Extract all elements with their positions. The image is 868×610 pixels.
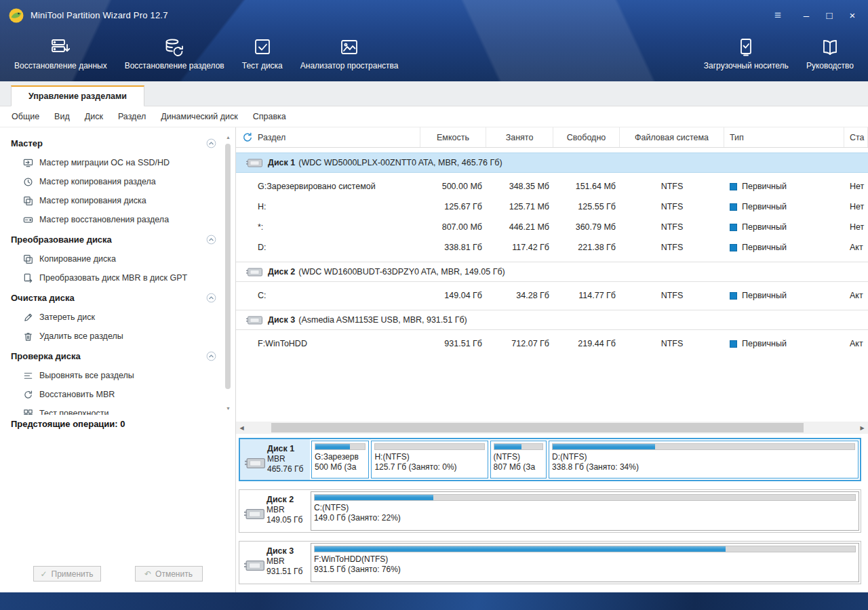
disk-map-label[interactable]: Диск 3MBR931.51 Гб bbox=[239, 542, 309, 584]
sidebar-item[interactable]: Тест поверхности bbox=[0, 404, 235, 415]
hdd-icon bbox=[246, 316, 262, 325]
partition-row[interactable]: H:125.67 Гб125.71 Мб125.55 ГбNTFSПервичн… bbox=[236, 197, 868, 217]
disk-map-scheme: MBR bbox=[267, 556, 309, 567]
menu-item[interactable]: Общие bbox=[4, 106, 47, 127]
sidebar-scrollbar[interactable]: ▲ ▼ bbox=[224, 133, 233, 412]
scroll-right-icon[interactable]: ▶ bbox=[856, 425, 868, 431]
sidebar-item[interactable]: Копирование диска bbox=[0, 249, 235, 268]
menu-item[interactable]: Динамический диск bbox=[153, 106, 245, 127]
chevron-up-icon[interactable] bbox=[206, 138, 216, 148]
sidebar-section-header[interactable]: Проверка диска bbox=[0, 346, 235, 366]
column-header[interactable]: Файловая система bbox=[620, 127, 724, 147]
disk-header-row[interactable]: Диск 3(Asmedia ASM1153E USB, MBR, 931.51… bbox=[236, 310, 868, 330]
sidebar-item[interactable]: Мастер восстановления раздела bbox=[0, 210, 235, 229]
sidebar-section-header[interactable]: Очистка диска bbox=[0, 287, 235, 308]
close-icon[interactable]: × bbox=[841, 5, 864, 26]
cancel-button[interactable]: ↶ Отменить bbox=[135, 566, 203, 582]
disk-header-row[interactable]: Диск 2(WDC WD1600BUDT-63DPZY0 ATA, MBR, … bbox=[236, 262, 868, 282]
disk-map-row[interactable]: Диск 1MBR465.76 ГбG:Зарезерв500 Мб (ЗаH:… bbox=[239, 438, 861, 481]
menu-item[interactable]: Справка bbox=[245, 106, 294, 127]
window-title: MiniTool Partition Wizard Pro 12.7 bbox=[31, 10, 168, 20]
disk-map-partition[interactable]: F:WinToHDD(NTFS)931.5 Гб (Занято: 76%) bbox=[311, 543, 859, 582]
sidebar-item[interactable]: Удалить все разделы bbox=[0, 327, 235, 346]
partition-map-info: 931.5 Гб (Занято: 76%) bbox=[314, 565, 856, 575]
toolbar-button-manual[interactable]: Руководство bbox=[797, 36, 863, 70]
toolbar-button-data-recovery[interactable]: Восстановление данных bbox=[5, 36, 116, 70]
partition-row[interactable]: G:Зарезервировано системой500.00 Мб348.3… bbox=[236, 176, 868, 197]
table-header: РазделЕмкостьЗанятоСвободноФайловая сист… bbox=[236, 127, 868, 148]
menu-item[interactable]: Диск bbox=[77, 106, 111, 127]
column-header[interactable]: Занято bbox=[486, 127, 553, 147]
migrate-os-icon bbox=[23, 158, 33, 168]
sidebar-item[interactable]: Мастер копирования раздела bbox=[0, 172, 235, 191]
scroll-down-icon[interactable]: ▼ bbox=[224, 404, 233, 412]
scroll-left-icon[interactable]: ◀ bbox=[236, 425, 248, 431]
disk-map-partition[interactable]: D:(NTFS)338.8 Гб (Занято: 34%) bbox=[549, 441, 859, 479]
usage-bar bbox=[494, 443, 544, 450]
disk-map-partition[interactable]: (NTFS)807 Мб (За bbox=[490, 441, 547, 479]
menu-item[interactable]: Раздел bbox=[111, 106, 153, 127]
partition-row[interactable]: *:807.00 Мб446.21 Мб360.79 МбNTFSПервичн… bbox=[236, 217, 868, 237]
chevron-up-icon[interactable] bbox=[206, 293, 216, 303]
disk-map-partitions: G:Зарезерв500 Мб (ЗаH:(NTFS)125.7 Гб (За… bbox=[310, 439, 860, 480]
toolbar-button-bootable-media[interactable]: Загрузочный носитель bbox=[695, 36, 797, 70]
tab-partition-management[interactable]: Управление разделами bbox=[11, 85, 144, 106]
sidebar-item[interactable]: Мастер копирования диска bbox=[0, 191, 235, 210]
partition-map-info: 500 Мб (За bbox=[315, 462, 366, 472]
sidebar-item[interactable]: Восстановить MBR bbox=[0, 385, 235, 404]
maximize-icon[interactable]: □ bbox=[818, 5, 841, 26]
column-header[interactable]: Емкость bbox=[420, 127, 486, 147]
sidebar-scrollbar-thumb[interactable] bbox=[225, 144, 231, 389]
disk-map: Диск 1MBR465.76 ГбG:Зарезерв500 Мб (ЗаH:… bbox=[236, 434, 868, 592]
sidebar-section-header[interactable]: Мастер bbox=[0, 133, 235, 153]
space-analyzer-icon bbox=[338, 36, 361, 59]
disk-map-label[interactable]: Диск 1MBR465.76 Гб bbox=[240, 439, 310, 480]
disk-details: (WDC WD1600BUDT-63DPZY0 ATA, MBR, 149.05… bbox=[298, 267, 505, 277]
menu-item[interactable]: Вид bbox=[47, 106, 77, 127]
refresh-icon[interactable] bbox=[242, 132, 253, 143]
column-header[interactable]: Раздел bbox=[236, 127, 420, 147]
window-controls: ≡ – □ × bbox=[766, 5, 864, 26]
sidebar-item[interactable]: Мастер миграции ОС на SSD/HD bbox=[0, 153, 235, 172]
disk-map-row[interactable]: Диск 2MBR149.05 ГбC:(NTFS)149.0 Гб (Заня… bbox=[239, 489, 861, 533]
toolbar-button-space-analyzer[interactable]: Анализатор пространства bbox=[292, 36, 408, 70]
partition-row[interactable]: D:338.81 Гб117.42 Гб221.38 ГбNTFSПервичн… bbox=[236, 237, 868, 258]
sidebar-item[interactable]: Преобразовать диск MBR в диск GPT bbox=[0, 268, 235, 287]
disk-map-partition[interactable]: H:(NTFS)125.7 Гб (Занято: 0%) bbox=[371, 441, 488, 479]
type-cell-label: Первичный bbox=[742, 182, 787, 191]
partition-row[interactable]: C:149.04 Гб34.28 Гб114.77 ГбNTFSПервичны… bbox=[236, 285, 868, 306]
chevron-up-icon[interactable] bbox=[206, 351, 216, 361]
sidebar-item[interactable]: Выровнять все разделы bbox=[0, 366, 235, 385]
usage-bar bbox=[374, 443, 484, 450]
toolbar-button-disk-test[interactable]: Тест диска bbox=[233, 36, 292, 70]
minimize-icon[interactable]: – bbox=[795, 5, 818, 26]
partition-row[interactable]: F:WinToHDD931.51 Гб712.07 Гб219.44 ГбNTF… bbox=[236, 333, 868, 354]
disk-map-partition[interactable]: C:(NTFS)149.0 Гб (Занято: 22%) bbox=[311, 491, 859, 531]
chevron-up-icon[interactable] bbox=[206, 235, 216, 245]
sidebar-section-header[interactable]: Преобразование диска bbox=[0, 229, 235, 249]
disk-map-partition[interactable]: G:Зарезерв500 Мб (За bbox=[311, 441, 369, 479]
disk-map-row[interactable]: Диск 3MBR931.51 ГбF:WinToHDD(NTFS)931.5 … bbox=[239, 541, 861, 584]
menu-icon[interactable]: ≡ bbox=[766, 5, 789, 26]
scroll-up-icon[interactable]: ▲ bbox=[224, 133, 233, 141]
titlebar: MiniTool Partition Wizard Pro 12.7 ≡ – □… bbox=[0, 0, 868, 30]
sidebar: МастерМастер миграции ОС на SSD/HDМастер… bbox=[0, 127, 236, 592]
hdd-icon bbox=[246, 159, 262, 167]
disk-map-label[interactable]: Диск 2MBR149.05 Гб bbox=[239, 490, 309, 532]
horizontal-scrollbar-thumb[interactable] bbox=[271, 423, 804, 432]
used-cell: 34.28 Гб bbox=[486, 285, 553, 306]
sidebar-item[interactable]: Затереть диск bbox=[0, 308, 235, 327]
column-header[interactable]: Тип bbox=[724, 127, 844, 147]
status-cell: Акт bbox=[844, 285, 868, 306]
column-header[interactable]: Свободно bbox=[553, 127, 620, 147]
usage-bar bbox=[552, 443, 855, 450]
statusbar bbox=[0, 592, 868, 610]
toolbar-button-partition-recovery[interactable]: Восстановление разделов bbox=[116, 36, 233, 70]
partition-name-cell: D: bbox=[236, 237, 420, 258]
column-header[interactable]: Ста bbox=[844, 127, 868, 147]
horizontal-scrollbar[interactable]: ◀ ▶ bbox=[236, 422, 868, 434]
disk-header-row[interactable]: Диск 1(WDC WD5000LPLX-00ZNTT0 ATA, MBR, … bbox=[236, 152, 868, 173]
disk-map-partitions: F:WinToHDD(NTFS)931.5 Гб (Занято: 76%) bbox=[309, 542, 861, 584]
column-header-label: Раздел bbox=[258, 133, 285, 142]
apply-button[interactable]: ✓ Применить bbox=[33, 566, 101, 582]
